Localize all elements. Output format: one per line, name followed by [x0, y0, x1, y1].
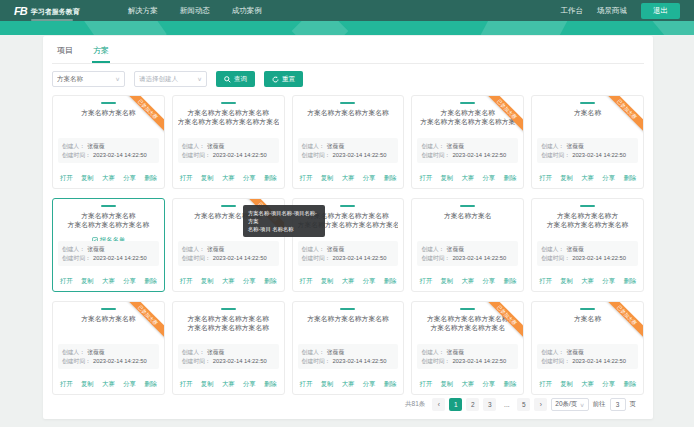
scheme-card[interactable]: 已参加大赛 方案名称 创建人：张薇薇 创建时间：2023-02-14 14:22… — [531, 301, 644, 395]
card-action-delete[interactable]: 删除 — [384, 380, 397, 389]
card-action-contest[interactable]: 大赛 — [222, 277, 235, 286]
card-action-open[interactable]: 打开 — [180, 380, 193, 389]
scheme-card[interactable]: 已参加大赛 方案名称方案名称方案名称 方案名称方案名称方案名 创建人：张薇薇 创… — [411, 301, 524, 395]
card-action-contest[interactable]: 大赛 — [461, 174, 474, 183]
scheme-card[interactable]: 已参加大赛 方案名称方案名称 方案名称方案名称方案名称方案 创建人：张薇薇 创建… — [411, 95, 524, 189]
card-action-copy[interactable]: 复制 — [321, 380, 334, 389]
card-action-contest[interactable]: 大赛 — [102, 174, 115, 183]
card-action-copy[interactable]: 复制 — [560, 380, 573, 389]
card-action-delete[interactable]: 删除 — [504, 380, 517, 389]
scheme-card[interactable]: 方案名称方案名称方案名称 方案名称方案名称方案名称方案名 创建人：张薇薇 创建时… — [172, 95, 285, 189]
card-action-open[interactable]: 打开 — [60, 380, 73, 389]
scheme-card[interactable]: 方案名称方案名称方案名称 方案名称方案名称方案名称 创建人：张薇薇 创建时间：2… — [172, 301, 285, 395]
workbench-link[interactable]: 工作台 — [561, 6, 584, 16]
card-action-open[interactable]: 打开 — [419, 380, 432, 389]
card-action-share[interactable]: 分享 — [123, 277, 136, 286]
card-action-share[interactable]: 分享 — [243, 380, 256, 389]
card-action-share[interactable]: 分享 — [243, 174, 256, 183]
card-action-open[interactable]: 打开 — [419, 277, 432, 286]
card-action-share[interactable]: 分享 — [602, 380, 615, 389]
card-action-copy[interactable]: 复制 — [201, 174, 214, 183]
scheme-card[interactable]: 方案名称方案名称方案名称 创建人：张薇薇 创建时间：2023-02-14 14:… — [292, 95, 405, 189]
card-action-copy[interactable]: 复制 — [201, 277, 214, 286]
card-action-contest[interactable]: 大赛 — [461, 277, 474, 286]
card-action-contest[interactable]: 大赛 — [222, 174, 235, 183]
page-button-1[interactable]: 1 — [449, 398, 462, 411]
card-action-open[interactable]: 打开 — [539, 277, 552, 286]
nav-item-cases[interactable]: 成功案例 — [232, 6, 262, 16]
card-action-contest[interactable]: 大赛 — [581, 174, 594, 183]
card-action-open[interactable]: 打开 — [419, 174, 432, 183]
card-action-open[interactable]: 打开 — [60, 277, 73, 286]
card-action-copy[interactable]: 复制 — [440, 174, 453, 183]
card-action-copy[interactable]: 复制 — [440, 380, 453, 389]
card-action-contest[interactable]: 大赛 — [581, 277, 594, 286]
card-action-open[interactable]: 打开 — [180, 277, 193, 286]
page-button-5[interactable]: 5 — [517, 398, 530, 411]
scene-mall-link[interactable]: 场景商城 — [597, 6, 627, 16]
next-page-button[interactable]: › — [534, 398, 547, 411]
card-action-copy[interactable]: 复制 — [81, 380, 94, 389]
card-action-open[interactable]: 打开 — [180, 174, 193, 183]
scheme-card[interactable]: 已参加大赛 方案名称方案名称 创建人：张薇薇 创建时间：2023-02-14 1… — [52, 95, 165, 189]
card-action-delete[interactable]: 删除 — [144, 380, 157, 389]
card-action-share[interactable]: 分享 — [243, 277, 256, 286]
card-action-contest[interactable]: 大赛 — [581, 380, 594, 389]
card-action-delete[interactable]: 删除 — [623, 174, 636, 183]
goto-page-input[interactable] — [610, 398, 626, 411]
scheme-card[interactable]: 已参加大赛 方案名称方案名称 创建人：张薇薇 创建时间：2023-02-14 1… — [52, 301, 165, 395]
card-action-open[interactable]: 打开 — [60, 174, 73, 183]
card-action-open[interactable]: 打开 — [300, 277, 313, 286]
page-button-3[interactable]: 3 — [483, 398, 496, 411]
card-action-copy[interactable]: 复制 — [81, 277, 94, 286]
card-action-delete[interactable]: 删除 — [384, 174, 397, 183]
creator-select[interactable]: 请选择创建人 ∨ — [134, 71, 207, 87]
card-action-share[interactable]: 分享 — [602, 277, 615, 286]
card-action-share[interactable]: 分享 — [483, 380, 496, 389]
scheme-card[interactable]: 已参加大赛 方案名称 创建人：张薇薇 创建时间：2023-02-14 14:22… — [531, 95, 644, 189]
card-action-share[interactable]: 分享 — [123, 174, 136, 183]
card-action-open[interactable]: 打开 — [300, 174, 313, 183]
nav-item-solutions[interactable]: 解决方案 — [128, 6, 158, 16]
card-action-delete[interactable]: 删除 — [264, 174, 277, 183]
card-action-copy[interactable]: 复制 — [201, 380, 214, 389]
logout-button[interactable]: 退出 — [641, 3, 680, 19]
card-action-delete[interactable]: 删除 — [144, 277, 157, 286]
page-button-2[interactable]: 2 — [466, 398, 479, 411]
card-action-copy[interactable]: 复制 — [81, 174, 94, 183]
card-action-open[interactable]: 打开 — [539, 380, 552, 389]
prev-page-button[interactable]: ‹ — [432, 398, 445, 411]
card-action-copy[interactable]: 复制 — [321, 174, 334, 183]
card-action-share[interactable]: 分享 — [483, 174, 496, 183]
card-action-share[interactable]: 分享 — [123, 380, 136, 389]
card-action-contest[interactable]: 大赛 — [102, 380, 115, 389]
card-action-delete[interactable]: 删除 — [623, 277, 636, 286]
card-action-copy[interactable]: 复制 — [560, 174, 573, 183]
scheme-name-select[interactable]: 方案名称 ∨ — [52, 71, 125, 87]
card-action-contest[interactable]: 大赛 — [102, 277, 115, 286]
card-action-delete[interactable]: 删除 — [384, 277, 397, 286]
scheme-card[interactable]: 方案名称方案名称方 方案名称方案名称方案名称 创建人：张薇薇 创建时间：2023… — [531, 198, 644, 292]
card-action-contest[interactable]: 大赛 — [342, 277, 355, 286]
page-size-select[interactable]: 20条/页 ∨ — [551, 398, 588, 411]
card-action-copy[interactable]: 复制 — [321, 277, 334, 286]
card-action-contest[interactable]: 大赛 — [342, 174, 355, 183]
card-action-share[interactable]: 分享 — [483, 277, 496, 286]
card-action-delete[interactable]: 删除 — [144, 174, 157, 183]
reset-button[interactable]: 重置 — [264, 71, 303, 87]
scheme-card[interactable]: 方案名称方案名称方案名称 创建人：张薇薇 创建时间：2023-02-14 14:… — [292, 301, 405, 395]
card-action-contest[interactable]: 大赛 — [222, 380, 235, 389]
card-action-share[interactable]: 分享 — [602, 174, 615, 183]
tab-project[interactable]: 项目 — [56, 43, 74, 63]
card-action-delete[interactable]: 删除 — [264, 277, 277, 286]
card-action-delete[interactable]: 删除 — [623, 380, 636, 389]
card-action-open[interactable]: 打开 — [300, 380, 313, 389]
card-action-copy[interactable]: 复制 — [440, 277, 453, 286]
scheme-card[interactable]: 方案名称方案名称 方案名称方案名称方案名称 报名名单 创建人：张薇薇 创建时间：… — [52, 198, 165, 292]
card-action-contest[interactable]: 大赛 — [342, 380, 355, 389]
card-action-contest[interactable]: 大赛 — [461, 380, 474, 389]
tab-scheme[interactable]: 方案 — [92, 43, 110, 63]
card-action-share[interactable]: 分享 — [363, 277, 376, 286]
card-action-share[interactable]: 分享 — [363, 174, 376, 183]
search-button[interactable]: 查询 — [216, 71, 255, 87]
